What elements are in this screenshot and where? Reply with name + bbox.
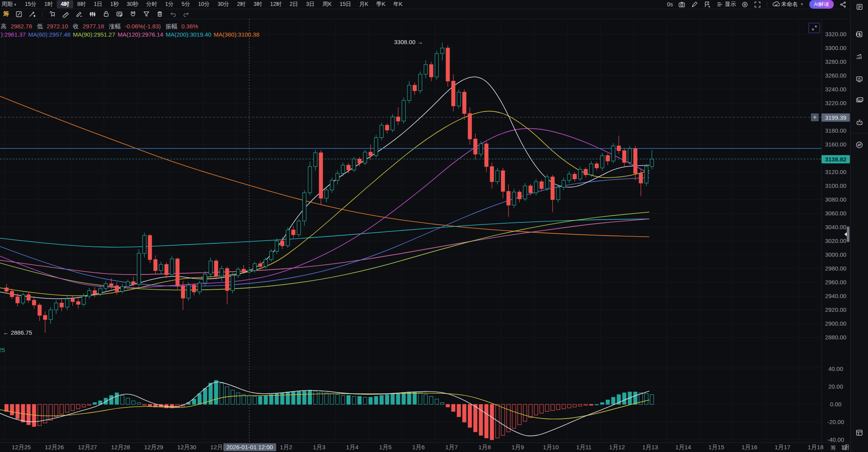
macd-bar: [441, 403, 444, 405]
macd-bar: [71, 404, 74, 411]
candle-body: [413, 85, 416, 91]
candle-body: [21, 295, 25, 303]
news-doc-icon[interactable]: [854, 2, 864, 12]
macd-bar: [10, 404, 14, 415]
macd-bar: [60, 404, 63, 414]
price-tick: 3080.00: [825, 196, 846, 203]
date-tick: 1月16: [742, 444, 757, 450]
macd-bar: [363, 397, 367, 404]
macd-bar: [87, 404, 91, 405]
macd-bar: [374, 396, 378, 404]
macd-bar: [446, 404, 450, 407]
candle-body: [137, 254, 141, 285]
candle-body: [209, 261, 212, 274]
candle-body: [270, 251, 273, 259]
macd-tick: 0.00: [830, 401, 841, 408]
date-tick: 1月10: [543, 444, 559, 450]
macd-bar: [529, 404, 532, 418]
candle-body: [518, 192, 521, 199]
macd-bar: [281, 393, 284, 404]
candle-body: [314, 153, 317, 167]
chart-monitor-icon[interactable]: [854, 74, 864, 84]
candle-body: [606, 156, 610, 161]
alert-price-tag[interactable]: 3199.39: [822, 113, 850, 122]
swap-circle-icon[interactable]: [854, 140, 864, 150]
macd-bar: [270, 395, 273, 404]
ai-robot-icon[interactable]: [854, 117, 864, 128]
candle-body: [363, 152, 367, 163]
macd-bar: [385, 395, 389, 404]
candle-body: [87, 291, 91, 296]
right-sidebar: ETF: [850, 0, 868, 452]
macd-bar: [578, 404, 582, 406]
macd-bar: [225, 387, 229, 404]
candle-body: [407, 85, 411, 101]
candle-body: [143, 235, 146, 254]
candle-body: [358, 159, 361, 163]
macd-bar: [418, 393, 422, 404]
last-price-tag[interactable]: 3138.82: [822, 155, 850, 163]
macd-bar: [82, 404, 85, 407]
price-tick: 3320.00: [825, 31, 846, 37]
macd-bar: [474, 404, 477, 432]
candle-body: [645, 167, 648, 183]
date-tick: 12月28: [111, 444, 130, 450]
price-tick: 2900.00: [825, 320, 846, 327]
candle-body: [584, 169, 587, 175]
price-tick: 3240.00: [825, 86, 846, 93]
layout-panel-icon[interactable]: [854, 428, 864, 438]
candle-body: [181, 286, 185, 298]
trend-up-icon[interactable]: [854, 52, 864, 62]
macd-bar: [121, 396, 124, 405]
add-alert-button[interactable]: +: [811, 113, 819, 121]
macd-bar: [518, 404, 521, 425]
candle-body: [297, 221, 301, 235]
price-tick: 2980.00: [825, 265, 846, 272]
wallet-dollar-icon[interactable]: [854, 29, 864, 39]
etf-icon[interactable]: ETF: [854, 95, 864, 106]
candle-body: [612, 146, 615, 161]
candle-body: [308, 167, 312, 193]
candle-body: [32, 300, 36, 305]
macd-bar: [407, 392, 411, 405]
macd-bar: [253, 396, 256, 404]
macd-bar: [54, 404, 58, 417]
macd-bar: [534, 404, 538, 415]
price-scale-scrollbar[interactable]: [847, 226, 849, 242]
candle-body: [457, 92, 461, 106]
date-tick: 1月12: [609, 444, 625, 450]
candle-body: [71, 299, 74, 302]
macd-bar: [242, 395, 245, 404]
macd-bar: [115, 393, 119, 404]
candle-body: [99, 289, 102, 294]
candle-body: [214, 261, 218, 276]
macd-bar: [220, 383, 223, 404]
candle-body: [391, 117, 394, 130]
candle-body: [275, 241, 279, 251]
maximize-pane-icon[interactable]: [809, 23, 820, 33]
price-tick: 3060.00: [825, 210, 846, 217]
candle-body: [231, 276, 234, 291]
macd-bar: [336, 395, 339, 404]
price-tick: 3020.00: [825, 237, 846, 244]
macd-bar: [347, 396, 350, 405]
price-tick: 2940.00: [825, 293, 846, 299]
candle-body: [396, 117, 400, 121]
macd-bar: [258, 396, 262, 404]
candle-body: [286, 230, 290, 246]
macd-bar: [143, 404, 146, 405]
candle-body: [110, 284, 113, 286]
candle-body: [330, 180, 334, 190]
candle-body: [545, 177, 549, 189]
price-tick: 3300.00: [825, 44, 846, 51]
macd-bar: [606, 400, 610, 404]
chart-canvas[interactable]: 3320.003300.003280.003260.003240.003220.…: [0, 0, 868, 452]
macd-bar: [297, 391, 301, 404]
date-tick: 1月15: [708, 444, 724, 450]
candle-body: [429, 65, 433, 77]
candle-body: [10, 291, 14, 297]
macd-bar: [325, 393, 328, 404]
candle-body: [198, 283, 201, 292]
candle-body: [567, 174, 571, 180]
candle-body: [463, 92, 466, 113]
